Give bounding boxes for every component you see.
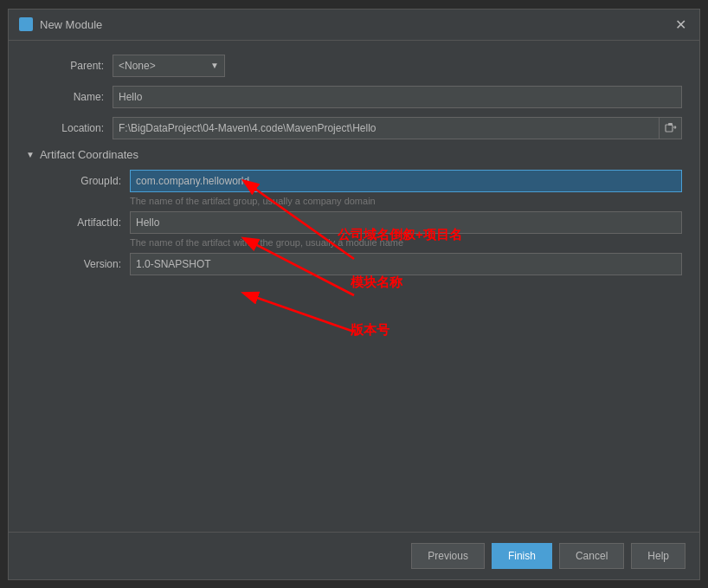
name-row: Name: — [26, 86, 682, 108]
finish-button[interactable]: Finish — [492, 543, 552, 569]
name-label: Name: — [26, 91, 113, 103]
groupid-control — [130, 170, 682, 192]
groupid-row: GroupId: — [26, 170, 682, 192]
dialog-icon — [19, 17, 33, 31]
artifactid-label: ArtifactId: — [26, 216, 130, 229]
section-toggle-icon[interactable]: ▼ — [26, 150, 35, 159]
close-button[interactable]: ✕ — [672, 16, 689, 33]
parent-control: <None> ▼ — [113, 55, 682, 77]
dialog-content: Parent: <None> ▼ Name: Location: — [9, 41, 699, 532]
version-label: Version: — [26, 258, 130, 270]
title-bar: New Module ✕ — [9, 10, 699, 41]
annotation-version: 版本号 — [351, 322, 389, 339]
groupid-input[interactable] — [130, 170, 682, 192]
name-control — [113, 86, 682, 108]
parent-dropdown[interactable]: <None> ▼ — [113, 55, 225, 77]
parent-row: Parent: <None> ▼ — [26, 55, 682, 77]
title-bar-left: New Module — [19, 17, 102, 31]
button-bar: Previous Finish Cancel Help — [9, 532, 699, 579]
svg-rect-4 — [666, 125, 673, 132]
svg-rect-5 — [668, 123, 673, 126]
svg-line-11 — [245, 293, 354, 331]
parent-dropdown-value: <None> — [119, 60, 156, 72]
new-module-dialog: New Module ✕ Parent: <None> ▼ Name: Loca… — [8, 9, 700, 580]
previous-button[interactable]: Previous — [411, 543, 485, 569]
groupid-hint: The name of the artifact group, usually … — [130, 196, 682, 206]
location-label: Location: — [26, 122, 113, 134]
version-control — [130, 253, 682, 275]
parent-label: Parent: — [26, 60, 113, 72]
location-input[interactable] — [113, 117, 660, 139]
annotation-artifactid: 模块名称 — [351, 275, 402, 291]
svg-rect-2 — [21, 25, 25, 29]
browse-button[interactable] — [660, 117, 682, 139]
location-row: Location: — [26, 117, 682, 139]
location-control — [113, 117, 682, 139]
version-input[interactable] — [130, 253, 682, 275]
svg-rect-0 — [21, 19, 25, 23]
artifact-section-title: Artifact Coordinates — [40, 148, 138, 161]
groupid-label: GroupId: — [26, 175, 130, 187]
svg-rect-1 — [27, 19, 31, 23]
artifact-section: GroupId: The name of the artifact group,… — [26, 170, 682, 275]
artifact-section-header: ▼ Artifact Coordinates — [26, 148, 682, 161]
cancel-button[interactable]: Cancel — [559, 543, 624, 569]
version-row: Version: — [26, 253, 682, 275]
name-input[interactable] — [113, 86, 682, 108]
annotation-groupid: 公司域名倒叙+项目名 — [338, 227, 462, 243]
svg-rect-3 — [27, 25, 31, 29]
help-button[interactable]: Help — [631, 543, 685, 569]
dialog-title: New Module — [40, 18, 102, 31]
chevron-down-icon: ▼ — [210, 61, 219, 70]
